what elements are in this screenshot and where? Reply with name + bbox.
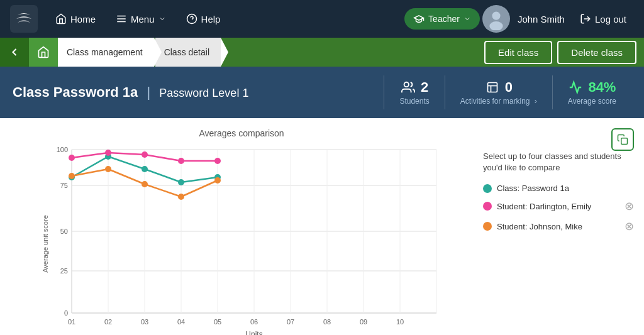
svg-text:03: 03 bbox=[141, 318, 148, 326]
legend-dot-mike bbox=[483, 222, 492, 231]
students-icon bbox=[401, 80, 416, 95]
svg-point-52 bbox=[69, 155, 75, 161]
breadcrumb-home[interactable] bbox=[29, 38, 58, 67]
svg-point-58 bbox=[105, 166, 111, 172]
stat-activities[interactable]: 0 Activities for marking › bbox=[445, 75, 552, 109]
user-avatar bbox=[482, 5, 510, 33]
edit-class-button[interactable]: Edit class bbox=[484, 41, 552, 64]
legend-item-emily: Student: Darlington, Emily ⊗ bbox=[483, 199, 634, 213]
breadcrumb-items: Class management Class detail bbox=[58, 38, 222, 67]
stat-students[interactable]: 2 Students bbox=[384, 75, 444, 109]
nav-help[interactable]: Help bbox=[179, 8, 228, 30]
breadcrumb-class-management[interactable]: Class management bbox=[58, 38, 154, 67]
breadcrumb-actions: Edit class Delete class bbox=[484, 41, 644, 64]
nav-menu[interactable]: Menu bbox=[108, 8, 174, 30]
svg-point-61 bbox=[214, 177, 221, 184]
svg-text:07: 07 bbox=[287, 318, 294, 326]
svg-text:Units: Units bbox=[245, 330, 262, 335]
delete-class-button[interactable]: Delete class bbox=[557, 41, 636, 64]
svg-point-59 bbox=[142, 181, 148, 187]
legend-item-mike: Student: Johnson, Mike ⊗ bbox=[483, 219, 634, 233]
class-title: Class Password 1a | Password Level 1 bbox=[13, 84, 384, 101]
teacher-dropdown[interactable]: Teacher bbox=[404, 8, 480, 30]
class-header: Class Password 1a | Password Level 1 2 S… bbox=[0, 67, 644, 118]
legend-instruction: Select up to four classes and students y… bbox=[483, 151, 634, 173]
legend-item-class: Class: Password 1a bbox=[483, 184, 634, 193]
nav-home[interactable]: Home bbox=[48, 8, 103, 30]
user-name-label: John Smith bbox=[513, 14, 570, 25]
stat-score[interactable]: 84% Average score bbox=[552, 75, 631, 109]
main-content: Averages comparison 100 bbox=[0, 118, 644, 335]
svg-point-6 bbox=[492, 12, 500, 20]
svg-point-56 bbox=[214, 158, 221, 164]
legend-label-class: Class: Password 1a bbox=[497, 184, 634, 193]
back-button[interactable] bbox=[0, 38, 29, 67]
svg-text:10: 10 bbox=[396, 318, 404, 326]
svg-text:75: 75 bbox=[60, 182, 68, 189]
legend-dot-emily bbox=[483, 202, 492, 211]
top-navigation: Home Menu Help Teacher bbox=[0, 0, 644, 38]
class-stats: 2 Students 0 Activities for marking › bbox=[384, 75, 631, 109]
svg-text:100: 100 bbox=[57, 146, 68, 153]
line-chart: 100 75 50 25 0 01 02 03 04 05 06 07 08 0… bbox=[10, 143, 473, 335]
svg-text:25: 25 bbox=[60, 267, 68, 275]
svg-text:08: 08 bbox=[323, 318, 331, 326]
svg-text:01: 01 bbox=[68, 318, 75, 326]
svg-point-60 bbox=[178, 194, 184, 200]
chart-area: Averages comparison 100 bbox=[10, 128, 473, 335]
breadcrumb-bar: Class management Class detail Edit class… bbox=[0, 38, 644, 67]
svg-point-57 bbox=[69, 173, 75, 179]
legend-label-mike: Student: Johnson, Mike bbox=[497, 222, 619, 231]
svg-point-54 bbox=[142, 151, 148, 158]
svg-text:Average unit score: Average unit score bbox=[42, 215, 49, 273]
svg-rect-62 bbox=[621, 138, 628, 145]
score-label: Average score bbox=[568, 97, 616, 106]
breadcrumb-class-detail[interactable]: Class detail bbox=[155, 38, 221, 67]
students-label: Students bbox=[399, 97, 429, 106]
app-logo bbox=[10, 5, 38, 33]
svg-text:06: 06 bbox=[250, 318, 258, 326]
activities-icon bbox=[485, 80, 500, 95]
legend-label-emily: Student: Darlington, Emily bbox=[497, 202, 619, 211]
remove-mike-button[interactable]: ⊗ bbox=[625, 219, 634, 233]
remove-emily-button[interactable]: ⊗ bbox=[625, 199, 634, 213]
svg-text:0: 0 bbox=[64, 309, 68, 317]
activities-label: Activities for marking › bbox=[460, 97, 537, 106]
svg-point-53 bbox=[105, 150, 111, 156]
logout-button[interactable]: Log out bbox=[572, 8, 634, 30]
legend-dot-class bbox=[483, 184, 492, 193]
svg-rect-10 bbox=[487, 83, 497, 92]
class-title-area: Class Password 1a | Password Level 1 bbox=[13, 84, 384, 101]
svg-point-49 bbox=[142, 166, 148, 172]
svg-point-9 bbox=[404, 82, 409, 87]
chart-title: Averages comparison bbox=[10, 128, 473, 138]
score-icon bbox=[568, 80, 583, 95]
svg-text:02: 02 bbox=[104, 318, 112, 326]
svg-text:04: 04 bbox=[177, 318, 185, 326]
svg-text:05: 05 bbox=[214, 318, 221, 326]
copy-chart-button[interactable] bbox=[611, 128, 634, 151]
nav-right-section: Teacher John Smith Log out bbox=[404, 5, 634, 33]
svg-point-50 bbox=[178, 179, 184, 185]
svg-text:50: 50 bbox=[60, 228, 68, 235]
legend-area: Select up to four classes and students y… bbox=[483, 128, 634, 335]
svg-text:09: 09 bbox=[360, 318, 367, 326]
svg-point-55 bbox=[178, 158, 184, 164]
